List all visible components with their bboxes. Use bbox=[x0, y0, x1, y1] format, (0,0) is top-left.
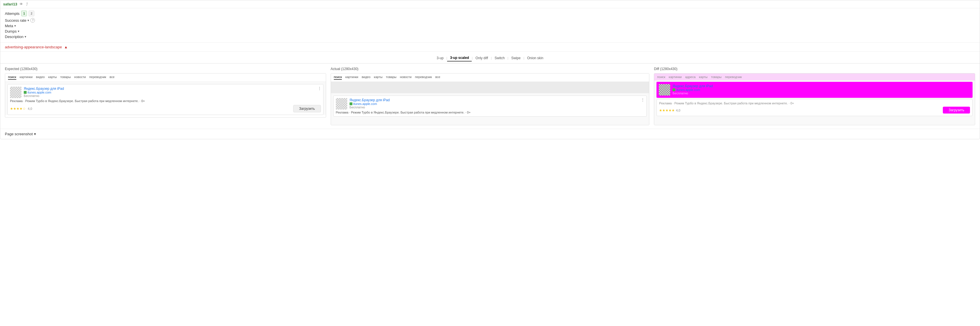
actual-nav-bar: поиск картинки видео карты товары новост… bbox=[331, 73, 649, 82]
success-rate-label: Success rate bbox=[5, 18, 26, 22]
diff-nav-bar: поиск картинки адреса карты товары перев… bbox=[654, 73, 975, 81]
actual-ad-menu-icon[interactable]: ⋮ bbox=[641, 97, 645, 102]
expected-screenshot: поиск картинки видео карты товары новост… bbox=[5, 73, 326, 115]
diff-frame: поиск картинки адреса карты товары перев… bbox=[654, 73, 975, 125]
actual-ad-top: Яндекс.Браузер для iPad itunes.apple.com… bbox=[336, 98, 644, 110]
expected-ad-card: Яндекс.Браузер для iPad itunes.apple.com… bbox=[8, 84, 323, 115]
expected-rating-value: 4,0 bbox=[28, 107, 32, 110]
meta-row[interactable]: Meta ▾ bbox=[5, 24, 975, 28]
nav-search: поиск bbox=[8, 75, 16, 80]
actual-green-square-icon bbox=[350, 102, 352, 105]
diff-download-btn: Загрузить bbox=[943, 107, 970, 113]
diff-label: Diff (1280x430) bbox=[654, 67, 975, 71]
meta-chevron: ▾ bbox=[14, 24, 16, 28]
nav-news: новости bbox=[74, 75, 86, 80]
test-name-row: advertising-appearance-landscape ▲ bbox=[0, 43, 980, 52]
test-suite-title: safari13 bbox=[3, 2, 17, 6]
actual-empty-area bbox=[331, 82, 649, 93]
diff-bottom-rating: ★★★★★ 4,0 bbox=[659, 108, 680, 112]
diff-screenshot: поиск картинки адреса карты товары перев… bbox=[654, 73, 975, 125]
success-rate-help[interactable]: ? bbox=[30, 18, 35, 22]
diff-content: поиск картинки адреса карты товары перев… bbox=[654, 73, 975, 125]
page-screenshot-label: Page screenshot bbox=[5, 132, 33, 136]
dumps-chevron: ▾ bbox=[18, 29, 19, 33]
expected-ad-info: Яндекс.Браузер для iPad itunes.apple.com… bbox=[24, 87, 321, 97]
stars-icon: ★★★★☆ bbox=[10, 107, 26, 111]
actual-screenshot: поиск картинки видео карты товары новост… bbox=[331, 73, 649, 125]
actual-ad-url-text: itunes.apple.com bbox=[353, 102, 377, 105]
actual-label: Actual (1280x430) bbox=[331, 67, 650, 71]
test-name-label[interactable]: advertising-appearance-landscape bbox=[5, 45, 62, 49]
eye-icon[interactable]: 👁 bbox=[19, 2, 24, 6]
actual-nav-maps: карты bbox=[374, 75, 382, 80]
actual-ad-url: itunes.apple.com bbox=[350, 102, 644, 105]
expected-download-button[interactable]: Загрузить bbox=[293, 105, 321, 112]
tab-onion-skin[interactable]: Onion skin bbox=[524, 55, 546, 61]
test-name-chevron: ▲ bbox=[64, 45, 68, 49]
tab-3up-scaled[interactable]: 3-up scaled bbox=[447, 55, 472, 62]
view-tabs: 3-up | 3-up scaled | Only diff | Switch … bbox=[0, 52, 980, 64]
actual-ad-card: Яндекс.Браузер для iPad itunes.apple.com… bbox=[333, 95, 647, 117]
tab-switch[interactable]: Switch bbox=[492, 55, 508, 61]
actual-ad-info: Яндекс.Браузер для iPad itunes.apple.com… bbox=[350, 98, 644, 109]
expected-ad-rating: ★★★★☆ 4,0 bbox=[10, 107, 32, 111]
diff-stars: ★★★★★ bbox=[659, 108, 675, 112]
diff-url-text: itunes.apple.com bbox=[676, 88, 700, 92]
actual-nav-search: поиск bbox=[334, 75, 342, 80]
actual-nav-all: все bbox=[435, 75, 440, 80]
diff-free: Бесплатно bbox=[673, 92, 713, 95]
expected-frame: поиск картинки видео карты товары новост… bbox=[5, 73, 326, 118]
dumps-label: Dumps bbox=[5, 29, 17, 33]
actual-nav-goods: товары bbox=[386, 75, 396, 80]
attempt-badge-1[interactable]: 1 bbox=[21, 11, 27, 16]
expected-ad-title: Яндекс.Браузер для iPad bbox=[24, 87, 321, 91]
tab-only-diff[interactable]: Only diff bbox=[473, 55, 491, 61]
expected-ad-thumbnail bbox=[10, 87, 21, 98]
actual-frame: поиск картинки видео карты товары новост… bbox=[331, 73, 650, 125]
description-row[interactable]: Description ▾ bbox=[5, 35, 975, 39]
expected-ad-desc: Реклама · Режим Турбо в Яндекс.Браузере.… bbox=[10, 99, 321, 103]
attempts-row: Attempts 1 2 bbox=[5, 11, 975, 16]
tab-swipe[interactable]: Swipe bbox=[508, 55, 523, 61]
actual-ad-thumbnail bbox=[336, 98, 347, 110]
page-screenshot-chevron: ▾ bbox=[34, 132, 36, 136]
expected-ad-menu-icon[interactable]: ⋮ bbox=[318, 86, 321, 91]
expected-nav-bar: поиск картинки видео карты товары новост… bbox=[5, 73, 326, 82]
top-bar: safari13 👁 ⤴ bbox=[0, 0, 980, 8]
expected-ad-free: Бесплатно bbox=[24, 94, 321, 97]
description-chevron: ▾ bbox=[25, 35, 26, 38]
tab-3up[interactable]: 3-up bbox=[434, 55, 447, 61]
expected-column: Expected (1280x430) поиск картинки видео… bbox=[5, 67, 328, 125]
success-rate-row[interactable]: Success rate ▾ ? bbox=[5, 18, 975, 22]
actual-column: Actual (1280x430) поиск картинки видео к… bbox=[328, 67, 652, 125]
diff-rating-val: 4,0 bbox=[676, 109, 680, 112]
attempt-badge-2[interactable]: 2 bbox=[29, 11, 34, 16]
expected-ad-url: itunes.apple.com bbox=[24, 91, 321, 94]
screenshots-area: Expected (1280x430) поиск картинки видео… bbox=[0, 64, 980, 129]
actual-nav-translator: переводчик bbox=[415, 75, 432, 80]
main-container: safari13 👁 ⤴ Attempts 1 2 Success rate ▾… bbox=[0, 0, 980, 139]
dumps-row[interactable]: Dumps ▾ bbox=[5, 29, 975, 33]
page-screenshot-row[interactable]: Page screenshot ▾ bbox=[0, 129, 980, 139]
actual-ad-desc: Реклама · Режим Турбо в Яндекс.Браузере.… bbox=[336, 111, 644, 114]
green-square-icon bbox=[24, 91, 27, 94]
meta-label: Meta bbox=[5, 24, 13, 28]
actual-nav-news: новости bbox=[400, 75, 412, 80]
nav-video: видео bbox=[36, 75, 45, 80]
diff-ad-url: itunes.apple.com bbox=[673, 88, 713, 92]
expected-ad-url-text: itunes.apple.com bbox=[27, 91, 51, 94]
description-label: Description bbox=[5, 35, 24, 39]
actual-nav-video: видео bbox=[361, 75, 371, 80]
diff-ad-info: Яндекс.Браузер для iPad itunes.apple.com… bbox=[673, 84, 713, 95]
actual-ad-title: Яндекс.Браузер для iPad bbox=[350, 98, 644, 102]
nav-maps: карты bbox=[48, 75, 57, 80]
nav-all: все bbox=[110, 75, 115, 80]
meta-section: Attempts 1 2 Success rate ▾ ? Meta ▾ Dum… bbox=[0, 8, 980, 43]
diff-column: Diff (1280x430) поиск картинки адреса ка… bbox=[652, 67, 975, 125]
share-icon[interactable]: ⤴ bbox=[25, 2, 29, 6]
nav-images: картинки bbox=[20, 75, 33, 80]
diff-bottom-row: ★★★★★ 4,0 Загрузить bbox=[659, 107, 970, 113]
actual-nav-images: картинки bbox=[345, 75, 358, 80]
expected-label: Expected (1280x430) bbox=[5, 67, 326, 71]
diff-ad-top: Яндекс.Браузер для iPad itunes.apple.com… bbox=[659, 84, 970, 95]
